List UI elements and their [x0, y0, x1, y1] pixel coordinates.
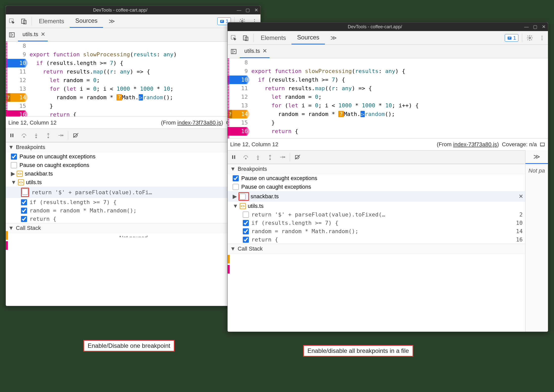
deactivate-breakpoints-icon[interactable] — [70, 129, 82, 142]
step-icon[interactable] — [276, 151, 288, 164]
pause-icon[interactable] — [228, 151, 240, 164]
step-over-icon[interactable] — [18, 129, 30, 142]
gutter-line[interactable]: 11 — [228, 84, 250, 93]
gutter-line[interactable]: ?14 — [6, 93, 29, 102]
gutter-line[interactable]: 12 — [228, 93, 250, 101]
pause-caught-checkbox[interactable] — [11, 162, 17, 168]
tab-more[interactable]: ≫ — [103, 14, 121, 28]
breakpoint-item[interactable]: random = random * Math.random();14 — [228, 227, 525, 235]
breakpoint-item[interactable]: random = random * Math.random();14 — [6, 206, 260, 215]
callstack-header[interactable]: ▼Call Stack — [228, 244, 525, 254]
gutter-line[interactable]: 8 — [6, 42, 29, 50]
step-into-icon[interactable] — [252, 151, 264, 164]
gutter-line[interactable]: 8 — [228, 58, 250, 67]
issues-badge[interactable]: 1 — [505, 34, 518, 42]
gutter-line[interactable]: 10 — [6, 59, 29, 67]
navigator-toggle-icon[interactable] — [6, 28, 18, 41]
close-icon[interactable]: ✕ — [262, 48, 267, 54]
file-tab-utils[interactable]: utils.ts ✕ — [18, 28, 48, 41]
gutter-line[interactable]: 12 — [6, 76, 29, 85]
breakpoint-item[interactable]: return {16 — [6, 215, 260, 223]
inspect-icon[interactable] — [228, 31, 240, 44]
pause-caught-checkbox[interactable] — [233, 184, 239, 190]
file-group-snackbar[interactable]: ▶ snackbar.ts ✕ — [228, 191, 525, 202]
tab-sources[interactable]: Sources — [292, 31, 325, 44]
code-line[interactable]: if (results.length >= 7) { — [29, 59, 260, 67]
step-out-icon[interactable] — [42, 129, 54, 142]
minimize-button[interactable]: — — [522, 24, 531, 30]
gutter-line[interactable]: 16 — [228, 127, 250, 136]
maximize-button[interactable]: ▢ — [243, 7, 252, 13]
pause-caught-row[interactable]: Pause on caught exceptions — [228, 183, 525, 191]
breakpoint-item[interactable]: return '$' + parseFloat(value).toFixed(…… — [228, 210, 525, 219]
code-line[interactable]: export function slowProcessing(results: … — [29, 50, 260, 59]
code-line[interactable]: } — [250, 118, 548, 127]
step-over-icon[interactable] — [240, 151, 252, 164]
navigator-toggle-icon[interactable] — [228, 45, 240, 58]
code-line[interactable]: return { — [29, 110, 260, 116]
file-group-utils[interactable]: ▼<> utils.ts — [228, 202, 525, 210]
gutter-line[interactable]: 16 — [6, 110, 29, 116]
breakpoint-item[interactable]: return {16 — [228, 235, 525, 244]
breakpoint-item[interactable]: return '$' + parseFloat(value).toFi…✎✕2 — [6, 187, 260, 198]
gutter-line[interactable]: 9 — [228, 67, 250, 76]
coverage-icon[interactable] — [539, 141, 545, 148]
breakpoints-header[interactable]: ▼Breakpoints — [6, 142, 260, 152]
code-line[interactable]: return { — [250, 127, 548, 136]
breakpoint-checkbox[interactable] — [22, 189, 28, 195]
gutter-line[interactable]: 9 — [6, 50, 29, 59]
source-origin[interactable]: (From index-73f73a80.js) — [161, 119, 223, 126]
tab-more[interactable]: ≫ — [325, 31, 342, 44]
code-line[interactable]: return results.map((r: any) => { — [250, 84, 548, 93]
code-editor[interactable]: 8 9export function slowProcessing(result… — [228, 58, 548, 138]
close-button[interactable]: ✕ — [539, 24, 548, 30]
code-line[interactable]: for (let i = 0; i < 1000 * 1000 * 10; i+… — [250, 101, 548, 110]
breakpoint-checkbox[interactable] — [243, 228, 249, 234]
pause-uncaught-checkbox[interactable] — [233, 175, 239, 181]
tab-elements[interactable]: Elements — [33, 14, 70, 28]
breakpoints-header[interactable]: ▼Breakpoints — [228, 164, 525, 174]
tab-elements[interactable]: Elements — [255, 31, 292, 44]
breakpoint-item[interactable]: if (results.length >= 7) {10 — [6, 198, 260, 206]
gutter-line[interactable]: 13 — [228, 101, 250, 110]
code-line[interactable]: let random = 0; — [29, 76, 260, 85]
gutter-line[interactable]: 10 — [228, 76, 250, 84]
minimize-button[interactable]: — — [235, 8, 243, 13]
code-line[interactable]: export function slowProcessing(results: … — [250, 67, 548, 76]
breakpoint-checkbox[interactable] — [243, 237, 249, 243]
breakpoint-checkbox[interactable] — [243, 212, 249, 218]
breakpoint-item[interactable]: if (results.length >= 7) {10 — [228, 219, 525, 227]
code-line[interactable]: random = random * ?Math.▷random(); — [29, 93, 260, 102]
pause-uncaught-row[interactable]: Pause on uncaught exceptions — [228, 174, 525, 183]
close-button[interactable]: ✕ — [252, 7, 260, 13]
file-group-checkbox[interactable] — [239, 194, 246, 200]
device-icon[interactable] — [240, 31, 252, 44]
gutter-line[interactable]: 15 — [6, 102, 29, 110]
deactivate-breakpoints-icon[interactable] — [292, 151, 304, 164]
code-line[interactable]: return results.map((r: any) => { — [29, 67, 260, 76]
callstack-header[interactable]: ▼Call Stack — [6, 223, 260, 233]
pause-uncaught-row[interactable]: Pause on uncaught exceptions — [6, 152, 260, 161]
code-editor[interactable]: 8 9export function slowProcessing(result… — [6, 42, 260, 116]
close-icon[interactable]: ✕ — [41, 31, 45, 38]
inspect-icon[interactable] — [6, 14, 18, 28]
code-line[interactable]: let random = 0; — [250, 93, 548, 101]
breakpoint-checkbox[interactable] — [21, 216, 27, 222]
pause-uncaught-checkbox[interactable] — [11, 154, 17, 160]
code-line[interactable]: random = random * ?Math.▷random(); — [250, 110, 548, 118]
tab-sources[interactable]: Sources — [70, 14, 103, 28]
breakpoint-checkbox[interactable] — [243, 220, 249, 226]
breakpoint-checkbox[interactable] — [21, 199, 27, 205]
step-into-icon[interactable] — [30, 129, 42, 142]
remove-icon[interactable]: ✕ — [519, 193, 523, 200]
source-origin[interactable]: (From index-73f73a80.js) — [437, 141, 499, 148]
code-line[interactable]: } — [29, 102, 260, 110]
pause-caught-row[interactable]: Pause on caught exceptions — [6, 161, 260, 169]
gear-icon[interactable] — [524, 31, 536, 44]
gutter-line[interactable]: 11 — [6, 67, 29, 76]
step-icon[interactable] — [54, 129, 66, 142]
breakpoint-checkbox[interactable] — [21, 208, 27, 214]
file-tab-utils[interactable]: utils.ts ✕ — [240, 45, 270, 58]
kebab-icon[interactable]: ⋮ — [536, 31, 548, 44]
device-icon[interactable] — [18, 14, 30, 28]
